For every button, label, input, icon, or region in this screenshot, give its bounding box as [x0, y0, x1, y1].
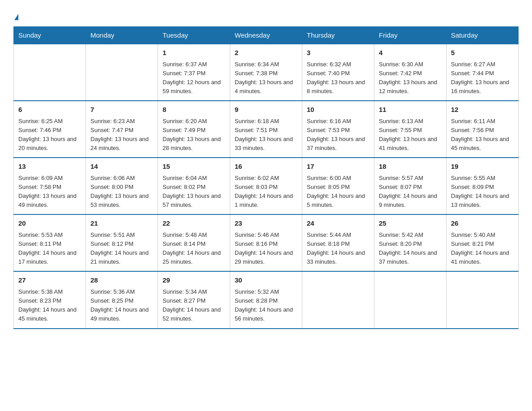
calendar-cell — [374, 271, 446, 328]
calendar-cell: 14Sunrise: 6:06 AM Sunset: 8:00 PM Dayli… — [86, 158, 158, 214]
calendar-cell: 16Sunrise: 6:02 AM Sunset: 8:03 PM Dayli… — [230, 158, 302, 214]
calendar-cell: 25Sunrise: 5:42 AM Sunset: 8:20 PM Dayli… — [374, 214, 446, 271]
calendar-cell: 2Sunrise: 6:34 AM Sunset: 7:38 PM Daylig… — [230, 44, 302, 101]
calendar-cell: 28Sunrise: 5:36 AM Sunset: 8:25 PM Dayli… — [86, 271, 158, 328]
cell-day-number: 29 — [163, 275, 225, 286]
calendar-cell: 30Sunrise: 5:32 AM Sunset: 8:28 PM Dayli… — [230, 271, 302, 328]
calendar-cell: 6Sunrise: 6:25 AM Sunset: 7:46 PM Daylig… — [14, 101, 86, 158]
calendar-cell: 17Sunrise: 6:00 AM Sunset: 8:05 PM Dayli… — [302, 158, 374, 214]
cell-day-number: 15 — [163, 162, 225, 172]
calendar-cell: 4Sunrise: 6:30 AM Sunset: 7:42 PM Daylig… — [374, 44, 446, 101]
cell-day-number: 16 — [235, 162, 297, 172]
cell-info-text: Sunrise: 5:40 AM Sunset: 8:21 PM Dayligh… — [451, 231, 514, 267]
cell-day-number: 24 — [307, 218, 369, 229]
cell-info-text: Sunrise: 5:36 AM Sunset: 8:25 PM Dayligh… — [90, 287, 153, 324]
calendar-cell: 7Sunrise: 6:23 AM Sunset: 7:47 PM Daylig… — [86, 101, 158, 158]
cell-info-text: Sunrise: 6:06 AM Sunset: 8:00 PM Dayligh… — [90, 174, 153, 210]
cell-info-text: Sunrise: 6:34 AM Sunset: 7:38 PM Dayligh… — [235, 60, 297, 96]
weekday-header-tuesday: Tuesday — [158, 27, 230, 44]
logo-triangle-icon — [14, 14, 18, 20]
cell-day-number: 8 — [163, 105, 225, 115]
calendar-cell: 3Sunrise: 6:32 AM Sunset: 7:40 PM Daylig… — [302, 44, 374, 101]
calendar-cell: 20Sunrise: 5:53 AM Sunset: 8:11 PM Dayli… — [14, 214, 86, 271]
cell-info-text: Sunrise: 5:53 AM Sunset: 8:11 PM Dayligh… — [18, 231, 81, 267]
calendar-cell: 15Sunrise: 6:04 AM Sunset: 8:02 PM Dayli… — [158, 158, 230, 214]
calendar-cell: 5Sunrise: 6:27 AM Sunset: 7:44 PM Daylig… — [446, 44, 519, 101]
cell-day-number: 26 — [451, 218, 514, 229]
cell-info-text: Sunrise: 5:34 AM Sunset: 8:27 PM Dayligh… — [163, 287, 225, 324]
cell-day-number: 17 — [307, 162, 369, 172]
cell-day-number: 28 — [90, 275, 153, 286]
cell-day-number: 7 — [90, 105, 153, 115]
cell-info-text: Sunrise: 5:38 AM Sunset: 8:23 PM Dayligh… — [18, 287, 81, 324]
cell-info-text: Sunrise: 6:37 AM Sunset: 7:37 PM Dayligh… — [163, 60, 225, 96]
cell-info-text: Sunrise: 5:55 AM Sunset: 8:09 PM Dayligh… — [451, 174, 514, 210]
cell-info-text: Sunrise: 5:46 AM Sunset: 8:16 PM Dayligh… — [235, 231, 297, 267]
page-header — [13, 9, 519, 22]
cell-day-number: 12 — [451, 105, 514, 115]
cell-info-text: Sunrise: 6:11 AM Sunset: 7:56 PM Dayligh… — [451, 117, 514, 153]
cell-info-text: Sunrise: 6:20 AM Sunset: 7:49 PM Dayligh… — [163, 117, 225, 153]
calendar-cell: 8Sunrise: 6:20 AM Sunset: 7:49 PM Daylig… — [158, 101, 230, 158]
cell-day-number: 5 — [451, 48, 514, 58]
cell-info-text: Sunrise: 6:09 AM Sunset: 7:58 PM Dayligh… — [18, 174, 81, 210]
cell-info-text: Sunrise: 6:13 AM Sunset: 7:55 PM Dayligh… — [379, 117, 442, 153]
calendar-cell: 22Sunrise: 5:48 AM Sunset: 8:14 PM Dayli… — [158, 214, 230, 271]
calendar-cell: 24Sunrise: 5:44 AM Sunset: 8:18 PM Dayli… — [302, 214, 374, 271]
cell-day-number: 21 — [90, 218, 153, 229]
cell-info-text: Sunrise: 6:02 AM Sunset: 8:03 PM Dayligh… — [235, 174, 297, 210]
calendar-cell: 21Sunrise: 5:51 AM Sunset: 8:12 PM Dayli… — [86, 214, 158, 271]
cell-day-number: 1 — [163, 48, 225, 58]
cell-info-text: Sunrise: 6:16 AM Sunset: 7:53 PM Dayligh… — [307, 117, 369, 153]
cell-day-number: 11 — [379, 105, 442, 115]
cell-day-number: 18 — [379, 162, 442, 172]
cell-info-text: Sunrise: 5:42 AM Sunset: 8:20 PM Dayligh… — [379, 231, 442, 267]
weekday-header-sunday: Sunday — [14, 27, 86, 44]
calendar-cell: 11Sunrise: 6:13 AM Sunset: 7:55 PM Dayli… — [374, 101, 446, 158]
calendar-cell — [86, 44, 158, 101]
calendar-cell: 26Sunrise: 5:40 AM Sunset: 8:21 PM Dayli… — [446, 214, 519, 271]
calendar-cell: 18Sunrise: 5:57 AM Sunset: 8:07 PM Dayli… — [374, 158, 446, 214]
cell-day-number: 25 — [379, 218, 442, 229]
calendar-cell — [446, 271, 519, 328]
calendar-cell: 10Sunrise: 6:16 AM Sunset: 7:53 PM Dayli… — [302, 101, 374, 158]
cell-day-number: 9 — [235, 105, 297, 115]
cell-day-number: 20 — [18, 218, 81, 229]
weekday-header-wednesday: Wednesday — [230, 27, 302, 44]
calendar-cell: 23Sunrise: 5:46 AM Sunset: 8:16 PM Dayli… — [230, 214, 302, 271]
calendar-cell: 9Sunrise: 6:18 AM Sunset: 7:51 PM Daylig… — [230, 101, 302, 158]
cell-info-text: Sunrise: 5:57 AM Sunset: 8:07 PM Dayligh… — [379, 174, 442, 210]
cell-day-number: 23 — [235, 218, 297, 229]
cell-info-text: Sunrise: 6:27 AM Sunset: 7:44 PM Dayligh… — [451, 60, 514, 96]
weekday-header-friday: Friday — [374, 27, 446, 44]
cell-info-text: Sunrise: 6:18 AM Sunset: 7:51 PM Dayligh… — [235, 117, 297, 153]
weekday-header-monday: Monday — [86, 27, 158, 44]
cell-info-text: Sunrise: 6:00 AM Sunset: 8:05 PM Dayligh… — [307, 174, 369, 210]
cell-day-number: 19 — [451, 162, 514, 172]
cell-day-number: 2 — [235, 48, 297, 58]
cell-day-number: 13 — [18, 162, 81, 172]
cell-info-text: Sunrise: 5:44 AM Sunset: 8:18 PM Dayligh… — [307, 231, 369, 267]
cell-day-number: 14 — [90, 162, 153, 172]
cell-day-number: 22 — [163, 218, 225, 229]
calendar-cell: 19Sunrise: 5:55 AM Sunset: 8:09 PM Dayli… — [446, 158, 519, 214]
weekday-header-saturday: Saturday — [446, 27, 519, 44]
cell-day-number: 30 — [235, 275, 297, 286]
calendar-cell — [302, 271, 374, 328]
cell-info-text: Sunrise: 6:23 AM Sunset: 7:47 PM Dayligh… — [90, 117, 153, 153]
cell-day-number: 27 — [18, 275, 81, 286]
weekday-header-thursday: Thursday — [302, 27, 374, 44]
cell-day-number: 6 — [18, 105, 81, 115]
calendar-cell: 29Sunrise: 5:34 AM Sunset: 8:27 PM Dayli… — [158, 271, 230, 328]
cell-info-text: Sunrise: 5:32 AM Sunset: 8:28 PM Dayligh… — [235, 287, 297, 324]
cell-day-number: 10 — [307, 105, 369, 115]
cell-info-text: Sunrise: 5:48 AM Sunset: 8:14 PM Dayligh… — [163, 231, 225, 267]
cell-info-text: Sunrise: 5:51 AM Sunset: 8:12 PM Dayligh… — [90, 231, 153, 267]
cell-day-number: 3 — [307, 48, 369, 58]
calendar-cell: 12Sunrise: 6:11 AM Sunset: 7:56 PM Dayli… — [446, 101, 519, 158]
cell-info-text: Sunrise: 6:04 AM Sunset: 8:02 PM Dayligh… — [163, 174, 225, 210]
cell-day-number: 4 — [379, 48, 442, 58]
calendar-cell: 27Sunrise: 5:38 AM Sunset: 8:23 PM Dayli… — [14, 271, 86, 328]
cell-info-text: Sunrise: 6:30 AM Sunset: 7:42 PM Dayligh… — [379, 60, 442, 96]
cell-info-text: Sunrise: 6:32 AM Sunset: 7:40 PM Dayligh… — [307, 60, 369, 96]
